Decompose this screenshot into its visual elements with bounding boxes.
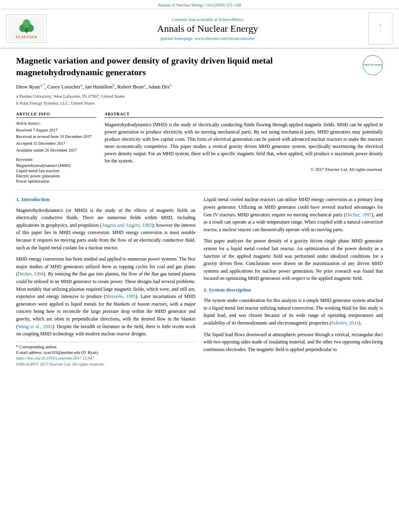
keyword-2: Liquid metal fast reactors: [16, 168, 97, 173]
history-label: Article history:: [16, 121, 97, 125]
author4-name: Robert Bean: [117, 84, 144, 90]
sciencedirect-text: ScienceDirect: [218, 17, 243, 22]
section-divider: [16, 190, 383, 190]
journal-header: ELSEVIER Contents lists available at Sci…: [0, 9, 399, 49]
keyword-4: Power optimization: [16, 179, 97, 183]
intro-para1: Magnetohydrodynamics (or MHD) is the stu…: [16, 207, 195, 252]
keyword-1: Magnetohydrodynamics (MHD): [16, 163, 97, 168]
corresponding-note: * Corresponding author.: [16, 345, 195, 349]
abstract-header: ABSTRACT: [105, 112, 383, 118]
article-info-col: ARTICLE INFO Article history: Received 7…: [16, 112, 97, 185]
accepted-date: Accepted 15 December 2017: [16, 141, 97, 147]
author3-sup: b: [113, 83, 115, 87]
ref-sobolev[interactable]: Sobolev, 2011: [331, 320, 359, 326]
abstract-col: ABSTRACT Magnetohydrodynamics (MHD) is t…: [105, 112, 383, 185]
body-content: 1. Introduction Magnetohydrodynamics (or…: [16, 196, 383, 367]
author5-name: Adam Dix: [148, 84, 170, 90]
section2-title: 2. System description: [204, 286, 383, 294]
ref-decher1997[interactable]: Decher, 1997: [346, 212, 372, 218]
issn-copyright: 0306-4549/© 2017 Elsevier Ltd. All right…: [16, 362, 195, 366]
right-para1: Liquid metal cooled nuclear reactors can…: [204, 196, 383, 233]
main-content: Magnetic variation and power density of …: [0, 49, 399, 374]
keyword-3: Electric power generation: [16, 174, 97, 178]
authors-line: Drew Ryana,*, Corey Loeschera, Ian Hamil…: [16, 83, 383, 90]
ref-wang[interactable]: Wang et al., 2002: [18, 324, 53, 329]
doi-text[interactable]: https://doi.org/10.1016/j.anucene.2017.1…: [16, 356, 94, 360]
author4-sup: a: [144, 83, 145, 87]
author1-sup: a,*: [40, 83, 45, 87]
body-left-col: 1. Introduction Magnetohydrodynamics (or…: [16, 196, 195, 367]
homepage-url: www.elsevier.com/locate/anucene: [195, 36, 255, 41]
journal-ref-text: Annals of Nuclear Energy 114 (2018) 325–…: [158, 2, 241, 7]
email-note: E-mail address: ryan103@purdue.edu (D. R…: [16, 350, 195, 355]
journal-reference-bar: Annals of Nuclear Energy 114 (2018) 325–…: [0, 0, 399, 9]
affil-b: b Atlas Energy Systems, LLC, United Stat…: [16, 100, 383, 107]
author2-name: Corey Loescher: [47, 84, 81, 90]
svg-point-4: [23, 19, 31, 28]
author1-name: Drew Ryan: [16, 84, 40, 90]
author5-sup: a: [170, 83, 171, 87]
right-para2: This paper analyzes the power density of…: [204, 237, 383, 282]
ref-messerle[interactable]: Messerle, 1995: [105, 294, 136, 299]
article-title: Magnetic variation and power density of …: [16, 55, 383, 78]
elsevier-tree-icon: [14, 18, 39, 34]
abstract-text: Magnetohydrodynamics (MHD) is the study …: [105, 121, 383, 164]
journal-homepage: journal homepage: www.elsevier.com/locat…: [55, 36, 360, 41]
doi-line: https://doi.org/10.1016/j.anucene.2017.1…: [16, 356, 195, 360]
author3-name: Ian Hamilton: [85, 84, 113, 90]
article-info-abstract-section: ARTICLE INFO Article history: Received 7…: [16, 112, 383, 185]
section2-para1: The system under consideration for this …: [204, 297, 383, 327]
journal-right-box: ☰──: [368, 12, 393, 45]
ref-decher1994[interactable]: Decher, 1994: [18, 271, 44, 277]
ref-angrist[interactable]: Angrist and Angrist, 1982: [101, 222, 152, 228]
elsevier-brand-text: ELSEVIER: [16, 35, 37, 39]
mhd-abbr: or: [68, 207, 72, 213]
article-info-header: ARTICLE INFO: [16, 112, 97, 118]
elsevier-logo: ELSEVIER: [6, 14, 47, 43]
email-address[interactable]: ryan103@purdue.edu: [43, 350, 80, 355]
sciencedirect-link: Contents lists available at ScienceDirec…: [55, 17, 360, 22]
body-right-col: Liquid metal cooled nuclear reactors can…: [204, 196, 383, 367]
affiliations: a Purdue University, West Lafayette, IN …: [16, 93, 383, 107]
check-updates-badge: Check for updates: [363, 55, 383, 75]
intro-para2: MHD energy conversion has been studied a…: [16, 255, 195, 338]
section2-para2: The liquid lead flows downward at atmosp…: [204, 331, 383, 353]
revised-date: Received in revised form 10 December 201…: [16, 134, 97, 140]
journal-title: Annals of Nuclear Energy: [55, 23, 360, 34]
abstract-copyright: © 2017 Elsevier Ltd. All rights reserved…: [105, 167, 383, 172]
journal-center-info: Contents lists available at ScienceDirec…: [47, 17, 368, 41]
received-date: Received 7 August 2017: [16, 127, 97, 134]
keywords-label: Keywords:: [16, 157, 97, 162]
affil-a: a Purdue University, West Lafayette, IN …: [16, 93, 383, 100]
footnote-area: * Corresponding author. E-mail address: …: [16, 342, 195, 366]
section1-title: 1. Introduction: [16, 196, 195, 203]
author2-sup: a: [80, 83, 82, 87]
online-date: Available online 26 December 2017: [16, 148, 97, 154]
